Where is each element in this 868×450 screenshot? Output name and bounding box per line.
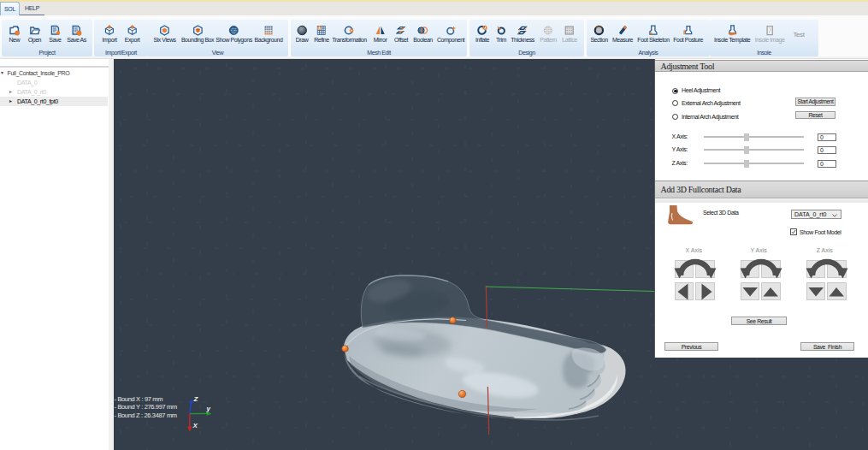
svg-text:y: y [206,405,211,412]
svg-text:X: X [192,422,198,429]
svg-text:Z: Z [193,395,199,403]
